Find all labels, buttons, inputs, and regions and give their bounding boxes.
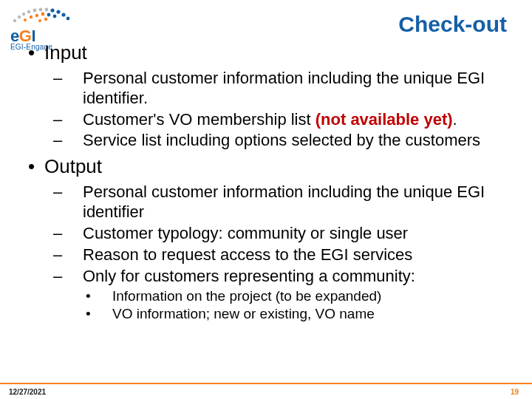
slide-content: •Input –Personal customer information in…	[28, 41, 511, 322]
slide: eGI EGI-Engage Check-out •Input –Persona…	[0, 0, 532, 399]
list-text: Personal customer information including …	[83, 183, 485, 221]
svg-point-4	[33, 9, 37, 13]
svg-point-15	[30, 16, 33, 18]
output-subitem-2: •VO information; new or existing, VO nam…	[99, 305, 511, 322]
heading-input: •Input	[28, 41, 511, 64]
svg-point-13	[41, 13, 45, 16]
svg-point-12	[53, 15, 57, 18]
list-text: Information on the project (to be expand…	[112, 288, 381, 304]
footer: 12/27/2021 19	[0, 383, 532, 399]
svg-point-1	[18, 16, 21, 18]
list-text: Only for customers representing a commun…	[83, 267, 415, 285]
svg-point-2	[22, 13, 25, 16]
footer-page-number: 19	[511, 388, 519, 396]
heading-output-text: Output	[44, 155, 102, 177]
output-item-2: –Customer typology: community or single …	[68, 224, 511, 244]
svg-point-16	[24, 18, 27, 21]
logo-dots-icon	[10, 6, 75, 25]
input-item-3: –Service list including options selected…	[68, 131, 511, 151]
svg-point-14	[35, 14, 38, 17]
svg-point-0	[13, 19, 16, 22]
output-item-4: –Only for customers representing a commu…	[68, 267, 511, 287]
svg-point-8	[56, 10, 60, 13]
list-text: VO information; new or existing, VO name	[112, 306, 375, 321]
svg-point-5	[39, 8, 43, 12]
input-item-2: –Customer's VO membership list (not avai…	[68, 110, 511, 130]
output-subitem-1: •Information on the project (to be expan…	[99, 287, 511, 304]
list-text-post: .	[453, 110, 457, 129]
footer-divider	[0, 383, 532, 384]
list-text: Customer typology: community or single u…	[83, 224, 408, 242]
svg-point-6	[45, 8, 49, 12]
svg-point-11	[47, 13, 51, 17]
footer-date: 12/27/2021	[9, 388, 46, 396]
list-text: Personal customer information including …	[83, 69, 485, 107]
svg-point-10	[66, 17, 70, 21]
heading-input-text: Input	[44, 41, 87, 64]
list-text: Service list including options selected …	[83, 131, 480, 149]
output-item-3: –Reason to request access to the EGI ser…	[68, 245, 511, 265]
svg-point-3	[27, 10, 30, 13]
list-text: Reason to request access to the EGI serv…	[83, 245, 412, 264]
emphasis-not-available: (not available yet)	[316, 110, 453, 129]
list-text: Customer's VO membership list	[83, 110, 316, 129]
output-item-1: –Personal customer information including…	[68, 183, 511, 222]
svg-point-18	[38, 19, 41, 22]
slide-title: Check-out	[398, 12, 507, 37]
svg-point-7	[50, 8, 54, 12]
svg-point-9	[61, 13, 65, 16]
heading-output: •Output	[28, 155, 511, 178]
svg-point-17	[44, 18, 47, 21]
input-item-1: –Personal customer information including…	[68, 69, 511, 109]
